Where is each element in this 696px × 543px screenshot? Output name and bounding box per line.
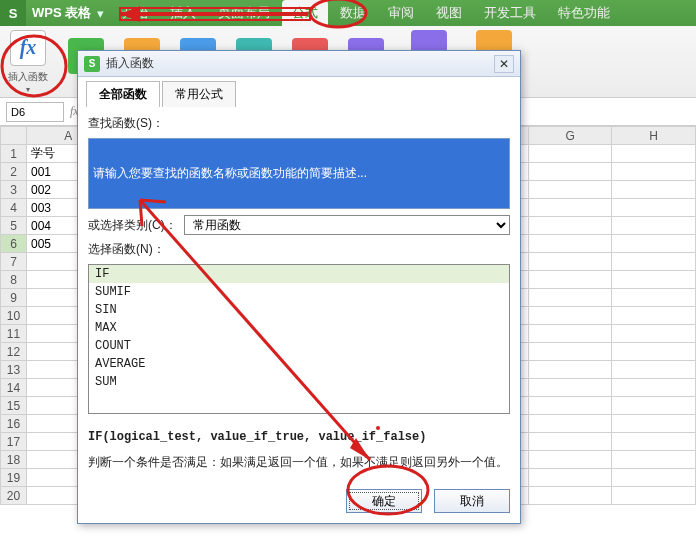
cell-G3[interactable] <box>528 181 612 199</box>
menu-item-5[interactable]: 审阅 <box>378 0 424 26</box>
cell-H1[interactable] <box>612 145 696 163</box>
cell-G9[interactable] <box>528 289 612 307</box>
function-item-count[interactable]: COUNT <box>89 337 509 355</box>
cell-G2[interactable] <box>528 163 612 181</box>
dialog-button-row: 确定 取消 <box>78 479 520 523</box>
row-header-13[interactable]: 13 <box>1 361 27 379</box>
cell-H15[interactable] <box>612 397 696 415</box>
row-header-3[interactable]: 3 <box>1 181 27 199</box>
cell-H11[interactable] <box>612 325 696 343</box>
function-item-if[interactable]: IF <box>89 265 509 283</box>
cell-H16[interactable] <box>612 415 696 433</box>
dialog-close-button[interactable]: ✕ <box>494 55 514 73</box>
menu-item-6[interactable]: 视图 <box>426 0 472 26</box>
row-header-5[interactable]: 5 <box>1 217 27 235</box>
cell-G20[interactable] <box>528 487 612 505</box>
row-header-10[interactable]: 10 <box>1 307 27 325</box>
cell-G5[interactable] <box>528 217 612 235</box>
cell-H10[interactable] <box>612 307 696 325</box>
function-item-sum[interactable]: SUM <box>89 373 509 391</box>
cell-H20[interactable] <box>612 487 696 505</box>
app-logo: S <box>0 0 26 26</box>
cell-H13[interactable] <box>612 361 696 379</box>
menu-item-4[interactable]: 数据 <box>330 0 376 26</box>
menu-item-7[interactable]: 开发工具 <box>474 0 546 26</box>
row-header-8[interactable]: 8 <box>1 271 27 289</box>
ok-button[interactable]: 确定 <box>346 489 422 513</box>
app-menu-arrow[interactable]: ▾ <box>97 6 104 21</box>
row-header-16[interactable]: 16 <box>1 415 27 433</box>
cell-H17[interactable] <box>612 433 696 451</box>
dialog-tabs: 全部函数 常用公式 <box>78 77 520 107</box>
row-header-14[interactable]: 14 <box>1 379 27 397</box>
menu-item-3[interactable]: 公式 <box>282 0 328 26</box>
row-header-6[interactable]: 6 <box>1 235 27 253</box>
category-select[interactable]: 常用函数 <box>184 215 510 235</box>
row-header-4[interactable]: 4 <box>1 199 27 217</box>
menu-item-1[interactable]: 插入 <box>160 0 206 26</box>
function-item-sin[interactable]: SIN <box>89 301 509 319</box>
cell-H3[interactable] <box>612 181 696 199</box>
cell-G1[interactable] <box>528 145 612 163</box>
ribbon-group-label: 插入函数 <box>8 70 48 84</box>
cell-H9[interactable] <box>612 289 696 307</box>
cell-reference-input[interactable]: D6 <box>6 102 64 122</box>
cell-G16[interactable] <box>528 415 612 433</box>
cancel-button[interactable]: 取消 <box>434 489 510 513</box>
row-header-18[interactable]: 18 <box>1 451 27 469</box>
row-header-1[interactable]: 1 <box>1 145 27 163</box>
cell-H14[interactable] <box>612 379 696 397</box>
menu-item-8[interactable]: 特色功能 <box>548 0 620 26</box>
cell-H7[interactable] <box>612 253 696 271</box>
row-header-9[interactable]: 9 <box>1 289 27 307</box>
cell-G10[interactable] <box>528 307 612 325</box>
function-list[interactable]: IFSUMIFSINMAXCOUNTAVERAGESUM <box>88 264 510 414</box>
menu-item-0[interactable]: 开始 <box>112 0 158 26</box>
function-item-average[interactable]: AVERAGE <box>89 355 509 373</box>
cell-H6[interactable] <box>612 235 696 253</box>
function-item-sumif[interactable]: SUMIF <box>89 283 509 301</box>
cell-G6[interactable] <box>528 235 612 253</box>
cell-G19[interactable] <box>528 469 612 487</box>
cell-G13[interactable] <box>528 361 612 379</box>
menu-items: 开始插入页面布局公式数据审阅视图开发工具特色功能 <box>112 0 620 26</box>
cell-G17[interactable] <box>528 433 612 451</box>
fx-icon: fx <box>10 30 46 66</box>
function-search-input[interactable] <box>88 138 510 209</box>
cell-H19[interactable] <box>612 469 696 487</box>
cell-G8[interactable] <box>528 271 612 289</box>
cell-H12[interactable] <box>612 343 696 361</box>
cell-H5[interactable] <box>612 217 696 235</box>
row-header-7[interactable]: 7 <box>1 253 27 271</box>
cell-G14[interactable] <box>528 379 612 397</box>
menu-bar: S WPS 表格 ▾ 开始插入页面布局公式数据审阅视图开发工具特色功能 <box>0 0 696 26</box>
grid-corner[interactable] <box>1 127 27 145</box>
cell-G15[interactable] <box>528 397 612 415</box>
ribbon-group-0[interactable]: fx插入函数▾ <box>8 30 48 94</box>
dialog-titlebar[interactable]: S 插入函数 ✕ <box>78 51 520 77</box>
row-header-15[interactable]: 15 <box>1 397 27 415</box>
row-header-11[interactable]: 11 <box>1 325 27 343</box>
cell-G4[interactable] <box>528 199 612 217</box>
row-header-19[interactable]: 19 <box>1 469 27 487</box>
tab-common-formulas[interactable]: 常用公式 <box>162 81 236 107</box>
row-header-12[interactable]: 12 <box>1 343 27 361</box>
row-header-2[interactable]: 2 <box>1 163 27 181</box>
tab-all-functions[interactable]: 全部函数 <box>86 81 160 107</box>
row-header-17[interactable]: 17 <box>1 433 27 451</box>
cell-H18[interactable] <box>612 451 696 469</box>
function-description-area: IF(logical_test, value_if_true, value_if… <box>88 430 510 471</box>
function-signature: IF(logical_test, value_if_true, value_if… <box>88 430 510 444</box>
column-header-H[interactable]: H <box>612 127 696 145</box>
row-header-20[interactable]: 20 <box>1 487 27 505</box>
cell-G11[interactable] <box>528 325 612 343</box>
cell-G7[interactable] <box>528 253 612 271</box>
cell-G18[interactable] <box>528 451 612 469</box>
cell-G12[interactable] <box>528 343 612 361</box>
column-header-G[interactable]: G <box>528 127 612 145</box>
menu-item-2[interactable]: 页面布局 <box>208 0 280 26</box>
function-item-max[interactable]: MAX <box>89 319 509 337</box>
cell-H2[interactable] <box>612 163 696 181</box>
cell-H8[interactable] <box>612 271 696 289</box>
cell-H4[interactable] <box>612 199 696 217</box>
